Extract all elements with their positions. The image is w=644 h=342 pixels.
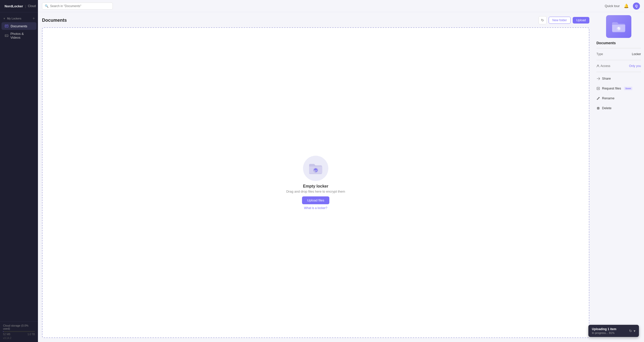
panel-action-rename[interactable]: Rename [596,95,641,102]
new-folder-button[interactable]: New folder [549,17,571,24]
svg-rect-2 [6,26,8,26]
drop-zone[interactable]: Empty locker Drag and drop files here to… [42,27,589,338]
quick-tour-link[interactable]: Quick tour [605,4,620,8]
storage-bar [3,331,35,332]
toast-actions: ↻ ▾ [629,329,635,333]
my-lockers-header[interactable]: ▼ My Lockers + [0,15,38,22]
share-icon [596,77,600,80]
panel-divider-3 [596,72,641,72]
search-input[interactable] [50,4,110,8]
soon-badge: Soon [624,87,632,90]
photos-videos-icon [5,34,8,38]
sidebar-footer: Cloud storage (0.0% used) 52 MB 1.0 TB v… [0,321,38,342]
rename-icon [596,97,600,100]
version-label: v3.14.2 [3,337,35,339]
panel-type-row: Type Locker [596,51,641,57]
access-value[interactable]: Only you [629,64,641,68]
toast-chevron-down-icon[interactable]: ▾ [634,329,635,333]
toast-refresh-icon[interactable]: ↻ [629,329,632,333]
access-label: Access [596,64,610,68]
toast-text: Uploading 1 item In progress... 91% [592,327,627,334]
storage-details: 52 MB 1.0 TB [3,333,35,336]
file-header: Documents ↻ New folder Upload [42,16,589,24]
topbar: 🔍 Quick tour 🔔 Q [38,0,644,12]
sidebar: NordLocker | Cloud ▼ My Lockers + Docume… [0,0,38,342]
sidebar-item-photos-label: Photos & Videos [10,32,33,39]
panel-action-delete[interactable]: Delete [596,105,641,111]
upload-files-button[interactable]: Upload files [302,196,329,204]
storage-total: 1.0 TB [28,333,35,336]
search-box[interactable]: 🔍 [42,3,113,10]
toast-title: Uploading 1 item [592,327,627,331]
notifications-icon[interactable]: 🔔 [624,4,629,8]
user-avatar[interactable]: Q [633,3,640,10]
folder-preview-icon [611,20,626,34]
refresh-button[interactable]: ↻ [539,16,547,24]
sidebar-item-documents-label: Documents [11,24,27,28]
header-actions: ↻ New folder Upload [539,16,589,24]
content-area: Documents ↻ New folder Upload [38,12,644,342]
share-label: Share [602,77,611,80]
request-files-icon [596,87,600,90]
search-icon: 🔍 [45,4,49,8]
folder-preview [606,15,631,38]
add-locker-button[interactable]: + [33,16,35,20]
empty-subtitle: Drag and drop files here to encrypt them [286,190,345,193]
logo-divider: | [25,4,26,8]
app-logo: NordLocker | Cloud [0,0,38,12]
empty-icon-wrapper [303,156,328,181]
sidebar-item-documents[interactable]: Documents [2,22,36,30]
upload-toast: Uploading 1 item In progress... 91% ↻ ▾ [588,325,639,337]
file-area: Documents ↻ New folder Upload [38,12,593,342]
type-value: Locker [632,52,641,56]
panel-access-row: Access Only you [596,63,641,69]
sidebar-section: ▼ My Lockers + Documents [0,12,38,44]
delete-label: Delete [602,106,612,110]
page-title: Documents [42,18,67,23]
delete-icon [596,106,600,110]
panel-title: Documents [596,41,641,45]
storage-used: 52 MB [3,333,10,336]
rename-label: Rename [602,96,614,100]
upload-button[interactable]: Upload [573,17,589,24]
svg-rect-3 [6,26,7,26]
right-panel: Documents Type Locker Access O [593,12,644,342]
svg-rect-4 [5,35,8,37]
panel-action-share[interactable]: Share [596,75,641,82]
empty-title: Empty locker [303,184,328,189]
access-icon [596,64,599,67]
main-content: 🔍 Quick tour 🔔 Q Documents ↻ New folder … [38,0,644,342]
empty-folder-icon [308,161,323,176]
storage-text: Cloud storage (0.0% used) [3,324,35,330]
documents-icon [5,24,9,28]
sidebar-item-photos-videos[interactable]: Photos & Videos [2,30,36,41]
type-label: Type [596,52,603,56]
app-type: Cloud [28,4,36,8]
what-is-locker-link[interactable]: What is a locker? [304,206,327,210]
panel-action-request-files[interactable]: Request files Soon [596,85,641,92]
panel-divider-2 [596,60,641,60]
request-files-label: Request files [602,86,621,90]
toast-subtitle: In progress... 91% [592,331,627,334]
app-name: NordLocker [5,4,23,8]
panel-divider-1 [596,48,641,48]
topbar-right: Quick tour 🔔 Q [605,3,640,10]
